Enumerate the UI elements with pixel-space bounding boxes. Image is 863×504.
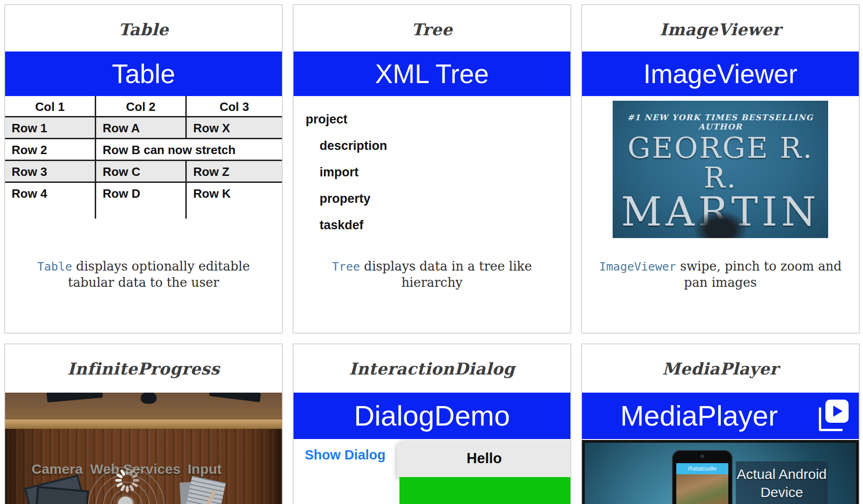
dialog-body: [399, 477, 571, 504]
book-tagline: #1 NEW YORK TIMES BESTSELLING AUTHOR: [613, 113, 828, 131]
footage-line2: Device Footage!: [736, 483, 828, 504]
table-row: Row 4 Row D Row K: [5, 183, 282, 205]
tree-node-description[interactable]: description: [294, 133, 570, 159]
table-cell[interactable]: Row Z: [185, 161, 282, 183]
tree-node-project[interactable]: project: [294, 106, 570, 133]
phone-camera-dot: [700, 454, 704, 458]
video-thumbnail[interactable]: Ratatouille Actual Android Device Footag…: [582, 440, 859, 504]
footage-callout: Actual Android Device Footage!: [736, 461, 828, 504]
table-row: Row 2 Row B can now stretch: [5, 139, 282, 161]
dialog-title: Hello: [397, 440, 571, 477]
desk-object: [46, 393, 103, 402]
desk-object: [209, 393, 261, 402]
interaction-dialog: Hello: [397, 440, 571, 504]
phone-mockup: Ratatouille: [672, 450, 732, 504]
app-title-bar: XML Tree: [294, 52, 570, 96]
table-cell[interactable]: Row 4: [5, 183, 95, 205]
card-caption: ImageViewer swipe, pinch to zoom and pan…: [582, 258, 859, 291]
desk-top-surface: [5, 393, 282, 420]
table-header-row: Col 1 Col 2 Col 3: [5, 96, 282, 117]
component-gallery: Table Table Col 1 Col 2 Col 3 Row 1 Row …: [0, 0, 863, 504]
caption-text: displays data in a tree like hierarchy: [360, 259, 532, 290]
card-caption: Tree displays data in a tree like hierar…: [294, 258, 570, 291]
table-row: Row 1 Row A Row X: [5, 117, 282, 139]
table-cell[interactable]: Row 2: [5, 139, 95, 161]
shelf-label-input: Input: [188, 461, 222, 477]
code-token: Table: [37, 260, 72, 273]
card-imageviewer: ImageViewer ImageViewer #1 NEW YORK TIME…: [581, 4, 860, 334]
caption-text: displays optionally editable tabular dat…: [68, 259, 250, 290]
card-title: MediaPlayer: [582, 359, 859, 379]
card-title: Table: [5, 20, 282, 39]
app-title-text: ImageViewer: [643, 58, 798, 89]
table-header-cell: Col 1: [5, 96, 95, 117]
app-title-text: MediaPlayer: [582, 400, 816, 432]
card-mediaplayer: MediaPlayer MediaPlayer Ratatouille Actu…: [581, 343, 860, 504]
show-dialog-link[interactable]: Show Dialog: [305, 447, 386, 463]
app-title-text: DialogDemo: [354, 400, 510, 432]
table-cell[interactable]: Row X: [185, 117, 282, 139]
card-infiniteprogress: InfiniteProgress Camera Web Services Inp…: [4, 343, 283, 504]
card-interactiondialog: InteractionDialog DialogDemo Show Dialog…: [293, 343, 571, 504]
app-title-bar: DialogDemo: [294, 393, 570, 439]
progress-demo-image[interactable]: Camera Web Services Input: [5, 393, 282, 504]
knight-figure: [695, 211, 746, 238]
card-title: InteractionDialog: [294, 359, 570, 379]
table-cell[interactable]: Row D: [95, 183, 185, 205]
table-cell[interactable]: Row 1: [5, 117, 95, 139]
card-caption: Table displays optionally editable tabul…: [5, 258, 282, 291]
table-cell[interactable]: Row A: [95, 117, 185, 139]
table-header-cell: Col 2: [95, 96, 185, 117]
table-header-cell: Col 3: [185, 96, 282, 117]
table-column-lines: [5, 205, 282, 219]
phone-screen: Ratatouille: [676, 463, 728, 504]
shelf-label-camera: Camera: [32, 461, 83, 477]
card-tree: Tree XML Tree project description import…: [293, 4, 571, 334]
code-token: ImageViewer: [599, 260, 676, 273]
table-cell[interactable]: Row K: [185, 183, 282, 205]
play-triangle-shape: [833, 406, 843, 417]
app-title-bar: Table: [5, 52, 282, 96]
tree-node-import[interactable]: import: [294, 159, 570, 186]
tree-node-property[interactable]: property: [294, 186, 570, 212]
app-title-bar: ImageViewer: [582, 52, 859, 96]
card-title: Tree: [294, 20, 570, 39]
cooking-video-frame: [676, 474, 728, 504]
code-token: Tree: [332, 260, 360, 273]
phone-app-bar: Ratatouille: [676, 463, 728, 474]
card-title: InfiniteProgress: [5, 359, 282, 379]
app-title-text: XML Tree: [375, 58, 489, 89]
table-cell[interactable]: Row 3: [5, 161, 95, 183]
footage-line1: Actual Android: [736, 465, 828, 483]
app-title-bar: MediaPlayer: [582, 393, 859, 439]
table-cell[interactable]: Row C: [95, 161, 185, 183]
demo-tree: project description import property task…: [294, 106, 570, 239]
table-cell-spanning[interactable]: Row B can now stretch: [95, 139, 282, 161]
desk-front-edge: [5, 420, 282, 429]
spinner-icon: [114, 467, 140, 493]
camera-lens-object: [141, 393, 157, 404]
app-title-text: Table: [112, 58, 175, 89]
video-play-icon[interactable]: [816, 400, 849, 432]
card-table: Table Table Col 1 Col 2 Col 3 Row 1 Row …: [4, 4, 283, 334]
caption-text: swipe, pinch to zoom and pan images: [676, 259, 842, 290]
card-title: ImageViewer: [582, 20, 859, 39]
tree-node-taskdef[interactable]: taskdef: [294, 212, 570, 239]
book-author-line1: GEORGE R. R.: [613, 133, 828, 193]
table-row: Row 3 Row C Row Z: [5, 161, 282, 183]
demo-table: Col 1 Col 2 Col 3 Row 1 Row A Row X Row …: [5, 96, 282, 219]
book-cover-image[interactable]: #1 NEW YORK TIMES BESTSELLING AUTHOR GEO…: [613, 101, 828, 238]
